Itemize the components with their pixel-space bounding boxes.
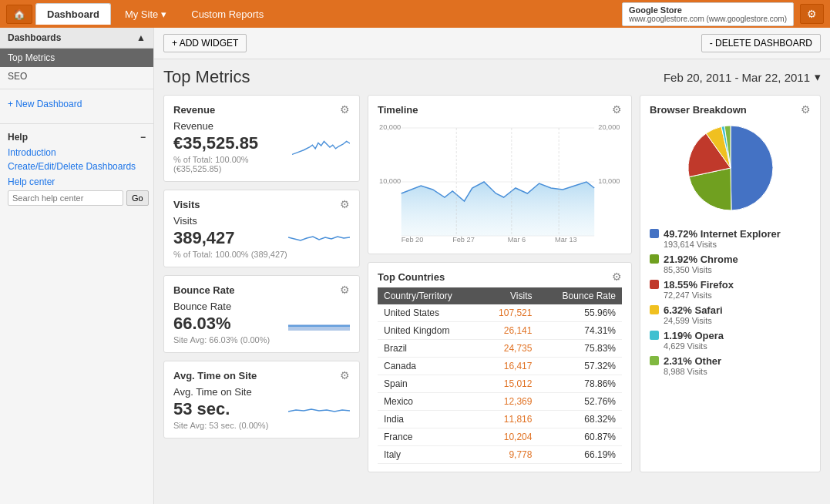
svg-text:10,000: 10,000	[379, 177, 401, 185]
toolbar-bar: + ADD WIDGET - DELETE DASHBOARD	[154, 28, 830, 59]
avgtime-metric-sub: Site Avg: 53 sec. (0.00%)	[173, 421, 268, 430]
avgtime-metric-label: Avg. Time on Site	[173, 386, 268, 398]
visits-metric-label: Visits	[173, 215, 287, 227]
legend-visits-count: 193,614 Visits	[664, 240, 781, 249]
legend-percentage: 18.55% Firefox	[664, 279, 734, 291]
delete-dashboard-button[interactable]: - DELETE DASHBOARD	[701, 34, 821, 52]
home-button[interactable]: 🏠	[6, 5, 32, 24]
timeline-gear-icon[interactable]: ⚙	[612, 103, 622, 116]
revenue-widget-header: Revenue ⚙	[173, 103, 350, 116]
new-dashboard-link[interactable]: + New Dashboard	[0, 92, 153, 116]
mysite-tab[interactable]: My Site ▾	[114, 4, 177, 25]
revenue-widget: Revenue ⚙ Revenue €35,525.85 % of Total:…	[163, 95, 360, 182]
countries-title: Top Countries	[378, 271, 445, 283]
sidebar-collapse-icon[interactable]: ▲	[136, 32, 146, 43]
countries-header: Top Countries ⚙	[378, 270, 622, 283]
visits-widget-title: Visits	[173, 199, 200, 210]
legend-percentage: 1.19% Opera	[664, 330, 724, 341]
bounce-rate-header: Bounce Rate ⚙	[173, 284, 350, 296]
legend-color-swatch	[650, 305, 659, 314]
revenue-gear-icon[interactable]: ⚙	[340, 103, 350, 116]
countries-gear-icon[interactable]: ⚙	[612, 270, 622, 283]
timeline-widget: Timeline ⚙ 20,000 10,000 20,000 10,000	[368, 95, 632, 254]
help-collapse-icon[interactable]: −	[140, 132, 146, 143]
legend-percentage: 6.32% Safari	[664, 304, 723, 316]
bounce-rate-widget: Bounce Rate ⚙ Bounce Rate 66.03% Site Av…	[163, 275, 360, 353]
widget-grid: Revenue ⚙ Revenue €35,525.85 % of Total:…	[154, 95, 830, 482]
legend-item: 1.19% Opera4,629 Visits	[650, 330, 811, 351]
add-widget-button[interactable]: + ADD WIDGET	[163, 34, 247, 52]
bounce-metric-label: Bounce Rate	[173, 301, 270, 312]
visits-gear-icon[interactable]: ⚙	[340, 198, 350, 210]
settings-button[interactable]: ⚙	[800, 4, 824, 24]
left-column: Revenue ⚙ Revenue €35,525.85 % of Total:…	[163, 95, 360, 472]
account-selector[interactable]: Google Store www.googlestore.com (www.go…	[622, 2, 794, 26]
avgtime-sparkline	[288, 395, 350, 422]
table-row: United States107,52155.96%	[378, 304, 622, 322]
create-edit-delete-link[interactable]: Create/Edit/Delete Dashboards	[8, 161, 146, 172]
bounce-metric-data: Bounce Rate 66.03% Site Avg: 66.03% (0.0…	[173, 301, 270, 344]
browser-title: Browser Breakdown	[650, 104, 747, 116]
date-range-selector[interactable]: Feb 20, 2011 - Mar 22, 2011 ▾	[664, 70, 821, 84]
bounce-gear-icon[interactable]: ⚙	[340, 284, 350, 296]
revenue-widget-title: Revenue	[173, 104, 215, 116]
sidebar-item-top-metrics[interactable]: Top Metrics	[0, 49, 153, 67]
legend-text: 49.72% Internet Explorer193,614 Visits	[664, 228, 781, 249]
sidebar-item-seo[interactable]: SEO	[0, 67, 153, 86]
bounce-metric-value: 66.03%	[173, 314, 270, 334]
table-row: Mexico12,36952.76%	[378, 393, 622, 411]
sidebar: Dashboards ▲ Top Metrics SEO + New Dashb…	[0, 28, 154, 504]
introduction-link[interactable]: Introduction	[8, 147, 146, 158]
legend-item: 2.31% Other8,988 Visits	[650, 355, 811, 376]
revenue-sparkline	[292, 133, 350, 160]
help-center-link[interactable]: Help center	[8, 176, 146, 187]
table-row: France10,20460.87%	[378, 428, 622, 446]
mid-column: Timeline ⚙ 20,000 10,000 20,000 10,000	[368, 95, 632, 472]
legend-visits-count: 8,988 Visits	[664, 367, 721, 376]
legend-color-swatch	[650, 331, 659, 340]
visits-widget: Visits ⚙ Visits 389,427 % of Total: 100.…	[163, 190, 360, 267]
table-row: Canada16,41757.32%	[378, 358, 622, 375]
date-range-text: Feb 20, 2011 - Mar 22, 2011	[664, 71, 810, 84]
legend-visits-count: 72,247 Visits	[664, 291, 734, 300]
avgtime-title: Avg. Time on Site	[173, 370, 257, 381]
content-area: + ADD WIDGET - DELETE DASHBOARD Top Metr…	[154, 28, 830, 504]
help-search-go-button[interactable]: Go	[126, 190, 149, 206]
legend-color-swatch	[650, 254, 659, 264]
legend-item: 18.55% Firefox72,247 Visits	[650, 279, 811, 300]
main-layout: Dashboards ▲ Top Metrics SEO + New Dashb…	[0, 28, 830, 504]
page-header: Top Metrics Feb 20, 2011 - Mar 22, 2011 …	[154, 59, 830, 95]
col-country: Country/Territory	[378, 287, 480, 304]
avgtime-header: Avg. Time on Site ⚙	[173, 369, 350, 381]
dashboard-tab[interactable]: Dashboard	[35, 3, 111, 25]
revenue-metric-data: Revenue €35,525.85 % of Total: 100.00% (…	[173, 120, 292, 173]
countries-table: Country/Territory Visits Bounce Rate Uni…	[378, 287, 622, 464]
bounce-sparkline	[288, 309, 350, 336]
visits-metric-value: 389,427	[173, 228, 287, 248]
table-row: Spain15,01278.86%	[378, 375, 622, 393]
help-header: Help −	[8, 132, 146, 143]
legend-percentage: 49.72% Internet Explorer	[664, 228, 781, 240]
visits-widget-header: Visits ⚙	[173, 198, 350, 210]
browser-pie-chart	[673, 122, 788, 222]
legend-color-swatch	[650, 229, 659, 238]
legend-percentage: 2.31% Other	[664, 355, 721, 367]
top-nav: 🏠 Dashboard My Site ▾ Custom Reports Goo…	[0, 0, 830, 28]
legend-text: 2.31% Other8,988 Visits	[664, 355, 721, 376]
countries-table-head: Country/Territory Visits Bounce Rate	[378, 287, 622, 304]
avgtime-gear-icon[interactable]: ⚙	[340, 369, 350, 381]
nav-right: Google Store www.googlestore.com (www.go…	[622, 2, 824, 26]
bounce-metric-sub: Site Avg: 66.03% (0.00%)	[173, 335, 270, 344]
legend-text: 18.55% Firefox72,247 Visits	[664, 279, 734, 300]
countries-header-row: Country/Territory Visits Bounce Rate	[378, 287, 622, 304]
custom-reports-tab[interactable]: Custom Reports	[180, 4, 274, 25]
timeline-chart: 20,000 10,000 20,000 10,000	[378, 120, 622, 244]
dashboards-label: Dashboards	[8, 32, 61, 43]
avgtime-metric-row: Avg. Time on Site 53 sec. Site Avg: 53 s…	[173, 386, 350, 430]
date-range-arrow: ▾	[815, 70, 821, 84]
help-search-input[interactable]	[8, 190, 123, 206]
legend-item: 49.72% Internet Explorer193,614 Visits	[650, 228, 811, 249]
countries-widget: Top Countries ⚙ Country/Territory Visits…	[368, 262, 632, 472]
browser-gear-icon[interactable]: ⚙	[801, 103, 811, 116]
col-visits: Visits	[480, 287, 538, 304]
